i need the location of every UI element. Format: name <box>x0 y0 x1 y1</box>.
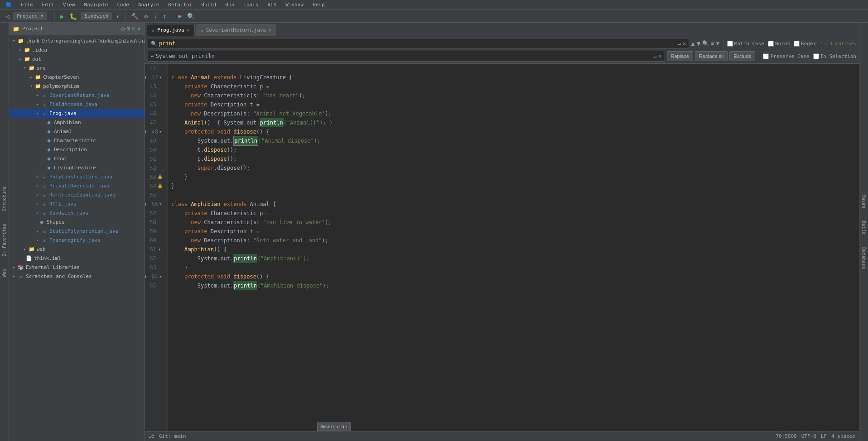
replace-button[interactable]: Replace <box>667 51 693 61</box>
replace-input[interactable] <box>156 53 651 59</box>
code-line-57[interactable]: private Characteristic p = <box>171 209 859 218</box>
menu-help[interactable]: Help <box>311 1 327 9</box>
tab-frog[interactable]: ☕ Frog.java ✕ <box>147 24 195 36</box>
tree-polymorphism[interactable]: ▾ 📁 polymorphism <box>9 81 145 91</box>
code-line-54[interactable]: } <box>171 182 859 191</box>
code-line-60[interactable]: new Description(s: "Both water and land"… <box>171 236 859 245</box>
tab-structure[interactable]: Structure <box>1 185 8 213</box>
code-line-51[interactable]: p.dispose(); <box>171 154 859 163</box>
exclude-button[interactable]: Exclude <box>729 51 755 61</box>
match-case-checkbox[interactable] <box>727 41 733 47</box>
code-line-65[interactable]: System.out.println("Amphibian dispose"); <box>171 281 859 290</box>
back-icon[interactable]: ◁ <box>4 12 11 21</box>
zoom-btn[interactable]: 🔍 <box>185 12 197 21</box>
code-line-47[interactable]: Animal() { System.out.println("Animal()"… <box>171 118 859 127</box>
project-dropdown[interactable]: Project ▾ <box>13 12 47 20</box>
tree-amphibian[interactable]: ● Amphibian <box>9 118 145 127</box>
code-line-44[interactable]: new Characteristic(s: "has heart"); <box>171 91 859 100</box>
tree-idea[interactable]: ▸ 📁 .idea <box>9 45 145 54</box>
code-line-42[interactable]: class Animal extends LivingCreature { <box>171 73 859 82</box>
replace-all-button[interactable]: Replace all <box>695 51 728 61</box>
git-update-btn[interactable]: ↓ <box>151 12 159 21</box>
menu-refactor[interactable]: Refactor <box>166 1 194 9</box>
code-line-64[interactable]: protected void dispose() { <box>171 272 859 281</box>
tree-out[interactable]: ▸ 📁 out <box>9 54 145 63</box>
words-checkbox[interactable] <box>768 41 774 47</box>
find-toggle-icon[interactable]: ≡ <box>711 40 714 47</box>
code-line-49[interactable]: System.out.println("Animal dispose"); <box>171 136 859 145</box>
encoding-status[interactable]: UTF-8 <box>801 433 816 439</box>
find-enter-icon[interactable]: ↵ <box>678 40 681 47</box>
debug-btn[interactable]: 🐛 <box>68 12 79 21</box>
tree-animal-class[interactable]: ● Animal <box>9 127 145 136</box>
run-btn[interactable]: ▶ <box>58 12 66 21</box>
close-panel-icon[interactable]: ✕ <box>137 25 141 32</box>
tree-src[interactable]: ▾ 📁 src <box>9 63 145 72</box>
expand-icon[interactable]: ⊞ <box>127 25 130 32</box>
code-line-50[interactable]: t.dispose(); <box>171 145 859 154</box>
tree-sandwich[interactable]: ▸ ☕ Sandwich.java <box>9 208 145 217</box>
tree-root[interactable]: ▾ 📁 think D:\programming\java\ThinkingIn… <box>9 36 145 45</box>
gear-icon[interactable]: ⚙ <box>121 25 125 32</box>
tree-transmogrify[interactable]: ▸ ☕ Transmogrify.java <box>9 235 145 244</box>
code-line-45[interactable]: private Description t = <box>171 100 859 109</box>
menu-vcs[interactable]: VCS <box>265 1 278 9</box>
tree-chapterseven[interactable]: ▸ 📁 ChapterSeven <box>9 72 145 81</box>
tab-maven[interactable]: Maven <box>860 193 867 210</box>
code-line-58[interactable]: new Characteristic(s: "can live in water… <box>171 218 859 227</box>
menu-edit[interactable]: Edit <box>40 1 56 9</box>
frog-tab-close[interactable]: ✕ <box>187 28 190 33</box>
replace-enter-icon[interactable]: ↵ <box>653 53 656 59</box>
code-line-52[interactable]: super.dispose(); <box>171 163 859 173</box>
run-config-dropdown[interactable]: Sandwich <box>81 12 112 20</box>
find-clear-icon[interactable]: ✕ <box>683 40 686 47</box>
tab-covariantreturn[interactable]: ☕ CovariantReturn.java ✕ <box>196 24 277 36</box>
settings-btn[interactable]: ⚙ <box>142 12 149 21</box>
tree-characteristic-class[interactable]: ● Characteristic <box>9 136 145 145</box>
tree-covariantreturn[interactable]: ▸ ☕ CovariantReturn.java <box>9 91 145 100</box>
in-selection-checkbox[interactable] <box>813 53 819 59</box>
tree-external-libraries[interactable]: ▸ 📚 External Libraries <box>9 263 145 272</box>
find-prev-icon[interactable]: ▲ <box>691 40 694 47</box>
menu-analyze[interactable]: Analyze <box>136 1 161 9</box>
code-line-56[interactable]: class Amphibian extends Animal { <box>171 200 859 209</box>
line-sep-status[interactable]: LF <box>821 433 827 439</box>
tree-scratches[interactable]: ▸ ✏ Scratches and Consoles <box>9 272 145 281</box>
find-next-icon[interactable]: ▼ <box>697 40 700 47</box>
tree-livingcreature-class[interactable]: ● LivingCreature <box>9 163 145 172</box>
chevron-down-icon[interactable]: ▾ <box>114 12 121 21</box>
preserve-case-checkbox[interactable] <box>763 53 769 59</box>
code-line-53[interactable]: } <box>171 173 859 182</box>
regex-checkbox[interactable] <box>794 41 800 47</box>
tab-build[interactable]: Build <box>860 219 867 236</box>
tree-rtti[interactable]: ▸ ☕ RTTI.java <box>9 199 145 208</box>
code-line-55[interactable] <box>171 191 859 200</box>
match-case-option[interactable]: Match Case <box>727 41 764 47</box>
code-line-43[interactable]: private Characteristic p = <box>171 82 859 91</box>
replace-clear-icon[interactable]: ✕ <box>658 53 661 59</box>
tree-frog-class[interactable]: ● Frog <box>9 154 145 163</box>
tree-privateoverride[interactable]: ▸ ☕ PrivateOverride.java <box>9 181 145 190</box>
tab-favorites[interactable]: 2: Favorites <box>1 222 8 258</box>
tree-polyconstructors[interactable]: ▸ ☕ PolyConstructors.java <box>9 172 145 181</box>
code-line-46[interactable]: new Description(s: "Animal not Vegetable… <box>171 109 859 118</box>
code-line-63[interactable]: } <box>171 263 859 272</box>
tree-staticpolymorphism[interactable]: ▸ ☕ StaticPolymorphism.java <box>9 226 145 235</box>
menu-view[interactable]: View <box>61 1 77 9</box>
menu-navigate[interactable]: Navigate <box>82 1 110 9</box>
code-line-61[interactable]: Amphibian() { <box>171 245 859 254</box>
find-in-file-icon[interactable]: 🔍 <box>702 40 709 47</box>
find-input[interactable] <box>159 40 676 47</box>
regex-option[interactable]: Regex <box>794 41 816 47</box>
git-push-btn[interactable]: ↑ <box>161 12 168 21</box>
menu-code[interactable]: Code <box>115 1 131 9</box>
code-editor[interactable]: 41 ●42▾ 43 44 45 46 47 ●●48▾ 49 50 51 52… <box>145 64 859 431</box>
menu-build[interactable]: Build <box>199 1 218 9</box>
preserve-case-option[interactable]: Preserve Case <box>763 53 809 59</box>
code-line-48[interactable]: protected void dispose() { <box>171 127 859 136</box>
git-status[interactable]: Git: main <box>159 433 186 439</box>
menu-tools[interactable]: Tools <box>241 1 260 9</box>
find-filter-icon[interactable]: ▼ <box>716 40 719 47</box>
in-selection-option[interactable]: In Selection <box>813 53 856 59</box>
words-option[interactable]: Words <box>768 41 790 47</box>
